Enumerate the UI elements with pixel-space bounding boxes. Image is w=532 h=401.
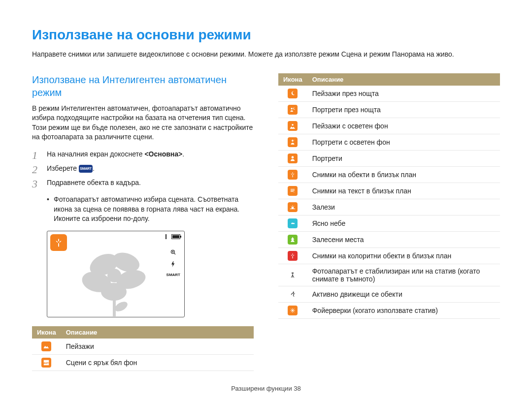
icon-description: Пейзажи с осветен фон — [307, 118, 500, 134]
icon-description: Портрети с осветен фон — [307, 134, 500, 150]
svg-point-18 — [293, 291, 294, 292]
sunset-icon — [288, 202, 298, 212]
landscape-icon — [41, 341, 51, 351]
icon-description: Пейзажи — [61, 339, 254, 355]
th-desc: Описание — [307, 73, 500, 86]
step-2: Изберете SMART. — [32, 163, 254, 174]
icon-table-left: Икона Описание ПейзажиWHITEСцени с ярък … — [32, 326, 254, 371]
preview-topbar — [166, 234, 180, 239]
svg-point-19 — [292, 309, 293, 310]
icon-description: Снимки на обекти в близък план — [307, 166, 500, 183]
page-title: Използване на основни режими — [32, 27, 500, 43]
page-footer: Разширени функции 38 — [0, 385, 532, 392]
steps-list: На началния екран докоснете <Основна>. И… — [32, 149, 254, 188]
icon-description: Портрети през нощта — [307, 101, 500, 118]
svg-point-11 — [291, 108, 293, 110]
section-heading: Използване на Интелигентен автоматичен р… — [32, 73, 254, 99]
table-row: Ясно небе — [278, 215, 500, 231]
left-column: Използване на Интелигентен автоматичен р… — [32, 73, 254, 371]
table-row: Портрети с осветен фон — [278, 134, 500, 150]
icon-description: Фойерверки (когато използвате статив) — [307, 302, 500, 318]
svg-point-13 — [292, 140, 294, 142]
tripod-icon — [288, 270, 298, 280]
portrait-icon — [288, 154, 298, 163]
icon-description: Залесени места — [307, 231, 500, 247]
table-row: Снимки на обекти в близък план — [278, 166, 500, 183]
icon-description: Активно движещи се обекти — [307, 286, 500, 302]
svg-point-17 — [293, 273, 293, 273]
th-icon: Икона — [32, 326, 61, 339]
table-row: Портрети през нощта — [278, 101, 500, 118]
macro-mode-badge-icon — [50, 234, 67, 251]
th-icon: Икона — [278, 73, 307, 86]
icon-description: Пейзажи през нощта — [307, 86, 500, 102]
icon-description: Снимки на колоритни обекти в близък план — [307, 247, 500, 264]
table-row: WHITEСцени с ярък бял фон — [32, 354, 254, 370]
icon-table-right: Икона Описание Пейзажи през нощтаПортрет… — [278, 73, 500, 319]
backlit-landscape-icon — [288, 121, 298, 131]
table-row: Активно движещи се обекти — [278, 286, 500, 302]
preview-sidebar: SMART — [166, 249, 180, 277]
right-column: Икона Описание Пейзажи през нощтаПортрет… — [278, 73, 500, 371]
smart-label-icon: SMART — [166, 273, 180, 277]
svg-text:WHITE: WHITE — [43, 362, 50, 365]
step-3: Подравнете обекта в кадъра. — [32, 178, 254, 188]
table-row: Пейзажи с осветен фон — [278, 118, 500, 134]
icon-description: Фотоапаратът е стабилизиран или на стати… — [307, 264, 500, 286]
icon-description: Снимки на текст в близък план — [307, 183, 500, 199]
section-para: В режим Интелигентен автоматичен, фотоап… — [32, 104, 254, 142]
table-row: Портрети — [278, 150, 500, 166]
smart-mode-icon: SMART — [79, 165, 93, 173]
table-row: Снимки на текст в близък план — [278, 183, 500, 199]
battery-icon — [171, 234, 180, 239]
signal-icon — [166, 234, 166, 239]
macro-color-icon — [288, 251, 298, 261]
flash-icon — [170, 261, 177, 268]
white-bg-icon: WHITE — [41, 358, 51, 368]
table-row: Фотоапаратът е стабилизиран или на стати… — [278, 264, 500, 286]
greenery-icon — [288, 235, 298, 245]
svg-point-14 — [292, 156, 294, 158]
icon-description: Залези — [307, 199, 500, 215]
night-landscape-icon — [288, 89, 298, 98]
icon-description: Ясно небе — [307, 215, 500, 231]
fireworks-icon — [288, 306, 298, 315]
svg-point-15 — [292, 206, 294, 209]
table-row: Пейзажи през нощта — [278, 86, 500, 102]
action-icon — [288, 289, 298, 299]
svg-point-12 — [292, 124, 294, 126]
step-3-note: Фотоапаратът автоматично избира сцената.… — [47, 195, 254, 224]
table-row: Пейзажи — [32, 339, 254, 355]
backlit-portrait-icon — [288, 137, 298, 147]
night-portrait-icon — [288, 105, 298, 115]
macro-text-icon — [288, 186, 298, 196]
clear-sky-icon — [288, 218, 298, 228]
table-row: Снимки на колоритни обекти в близък план — [278, 247, 500, 264]
svg-point-6 — [107, 269, 121, 282]
zoom-in-icon — [170, 249, 177, 256]
intro-text: Направете снимки или запишете видеоклипо… — [32, 50, 500, 60]
step-1: На началния екран докоснете <Основна>. — [32, 149, 254, 159]
camera-screen-preview: SMART — [47, 231, 185, 317]
table-row: Залези — [278, 199, 500, 215]
icon-description: Сцени с ярък бял фон — [61, 354, 254, 370]
macro-icon — [288, 170, 298, 180]
svg-rect-7 — [113, 292, 116, 316]
th-desc: Описание — [61, 326, 254, 339]
table-row: Залесени места — [278, 231, 500, 247]
table-row: Фойерверки (когато използвате статив) — [278, 302, 500, 318]
icon-description: Портрети — [307, 150, 500, 166]
flower-sample-icon — [77, 245, 156, 316]
